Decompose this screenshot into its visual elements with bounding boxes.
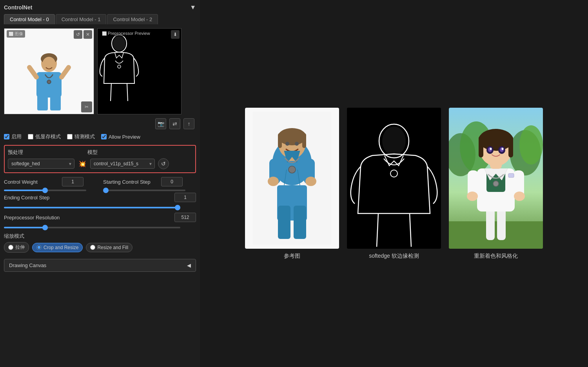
output-label-2: softedge 软边缘检测 (369, 253, 419, 260)
image-toolbar: 📷 ⇄ ↑ (4, 118, 196, 129)
svg-rect-69 (508, 174, 514, 177)
nurse-photo-bg (4, 29, 94, 114)
output-label-3: 重新着色和风格化 (474, 253, 518, 260)
svg-rect-21 (278, 133, 282, 148)
output-item-1: 参考图 (245, 108, 339, 260)
svg-point-53 (493, 181, 499, 186)
close-image-btn[interactable]: ✕ (83, 30, 92, 39)
download-preview-btn[interactable]: ⬇ (171, 30, 180, 39)
svg-point-23 (285, 142, 289, 146)
svg-rect-61 (479, 136, 483, 157)
svg-line-5 (62, 67, 69, 77)
zoom-crop-resize-option[interactable]: Crop and Resize (32, 243, 83, 252)
tab-control-model-1[interactable]: Control Model - 1 (56, 14, 107, 24)
svg-point-24 (295, 142, 299, 146)
svg-point-29 (305, 177, 316, 186)
svg-rect-48 (449, 221, 543, 249)
tab-control-model-0[interactable]: Control Model - 0 (4, 14, 55, 24)
main-image-box[interactable]: ⬜ 图像 ↺ ✕ (4, 28, 94, 114)
svg-rect-62 (508, 136, 513, 157)
ending-step-slider[interactable] (4, 207, 180, 208)
starting-step-value: 0 (161, 177, 183, 186)
starting-step-row: Starting Control Step 0 (103, 177, 196, 186)
crop-tool-btn[interactable]: ✂ (81, 101, 92, 112)
collapse-icon[interactable]: ▼ (190, 4, 196, 11)
panel-header: ControlNet ▼ (4, 4, 196, 11)
svg-line-11 (111, 83, 111, 101)
svg-rect-32 (294, 206, 306, 239)
output-edge-svg (347, 108, 441, 249)
svg-rect-7 (37, 96, 48, 110)
refresh-image-btn[interactable]: ↺ (74, 30, 82, 39)
enable-checkbox[interactable]: 启用 (4, 133, 22, 140)
fire-btn[interactable]: 💥 (78, 160, 87, 168)
ending-step-value: 1 (174, 193, 196, 202)
svg-point-47 (519, 125, 543, 165)
control-weight-row: Control Weight 1 (4, 177, 97, 186)
preproc-res-section: Preprocessor Resolution 512 (4, 213, 196, 230)
control-net-panel: ControlNet ▼ Control Model - 0 Control M… (0, 0, 200, 367)
preproc-res-slider[interactable] (4, 227, 180, 228)
preview-image-box[interactable]: ⬜ Preprocessor Preview ⬇ (97, 28, 181, 114)
svg-point-37 (382, 127, 406, 155)
nurse-svg (25, 32, 73, 110)
output-anime-image (449, 108, 543, 249)
options-row: 启用 低显存模式 猜测模式 Allow Preview (4, 133, 196, 140)
preview-image-controls: ⬇ (171, 30, 180, 39)
svg-point-20 (278, 128, 306, 145)
svg-point-28 (268, 177, 279, 186)
starting-step-col: Starting Control Step 0 (103, 177, 196, 191)
main-image-label: ⬜ 图像 (7, 30, 25, 38)
svg-rect-31 (278, 206, 290, 239)
model-name-select[interactable]: control_v11p_sd15_s none (90, 159, 155, 169)
drawing-canvas-icon: ◀ (187, 262, 191, 268)
preview-image-label: ⬜ Preprocessor Preview (100, 30, 152, 36)
output-label-1: 参考图 (284, 253, 300, 260)
starting-step-slider[interactable] (103, 190, 185, 191)
panel-title: ControlNet (4, 4, 32, 11)
output-ref-image (245, 108, 339, 249)
preprocessor-model-section: 预处理 模型 softedge_hed softedge_hedsafe sof… (4, 145, 196, 173)
svg-point-15 (113, 36, 125, 51)
output-item-2: softedge 软边缘检测 (347, 108, 441, 260)
svg-rect-22 (302, 133, 306, 148)
zoom-mode-radio-group: 拉伸 Crop and Resize Resize and Fill (4, 242, 196, 253)
svg-point-2 (42, 57, 56, 72)
svg-point-10 (118, 65, 121, 68)
model-select-wrapper: control_v11p_sd15_s none ▼ (90, 159, 155, 169)
svg-point-68 (502, 148, 504, 150)
svg-point-25 (289, 166, 296, 173)
swap-btn[interactable]: ⇄ (169, 118, 180, 129)
preprocessor-select[interactable]: softedge_hed softedge_hedsafe softedge_p… (8, 159, 74, 169)
guess-mode-checkbox[interactable]: 猜测模式 (67, 133, 95, 140)
svg-rect-49 (486, 209, 495, 240)
model-controls: softedge_hed softedge_hedsafe softedge_p… (8, 158, 192, 169)
svg-point-6 (47, 80, 51, 84)
drawing-canvas-row[interactable]: Drawing Canvas ◀ (4, 259, 196, 272)
svg-line-4 (29, 67, 36, 77)
upload-btn[interactable]: ↑ (183, 118, 194, 129)
output-nurse-svg (253, 112, 331, 245)
model-refresh-btn[interactable]: ↺ (158, 158, 169, 169)
svg-line-12 (127, 83, 128, 101)
svg-point-67 (490, 148, 492, 150)
control-weight-value: 1 (62, 177, 83, 186)
tab-bar: Control Model - 0 Control Model - 1 Cont… (4, 14, 196, 24)
edge-detect-bg (98, 29, 181, 114)
allow-preview-checkbox[interactable]: Allow Preview (101, 134, 140, 140)
control-weight-col: Control Weight 1 (4, 177, 97, 191)
control-weight-slider[interactable] (4, 190, 86, 191)
zoom-resize-fill-option[interactable]: Resize and Fill (86, 243, 132, 252)
svg-rect-3 (36, 72, 62, 98)
zoom-stretch-option[interactable]: 拉伸 (4, 242, 29, 253)
preproc-res-value: 512 (174, 213, 196, 222)
svg-rect-8 (50, 96, 61, 110)
output-anime-svg (449, 108, 543, 249)
tab-control-model-2[interactable]: Control Model - 2 (107, 14, 158, 24)
output-edge-image (347, 108, 441, 249)
preproc-res-row: Preprocessor Resolution 512 (4, 213, 196, 222)
edge-detect-svg (98, 29, 141, 103)
camera-btn[interactable]: 📷 (155, 118, 166, 129)
low-vram-checkbox[interactable]: 低显存模式 (28, 133, 61, 140)
ending-step-row: Ending Control Step 1 (4, 193, 196, 202)
